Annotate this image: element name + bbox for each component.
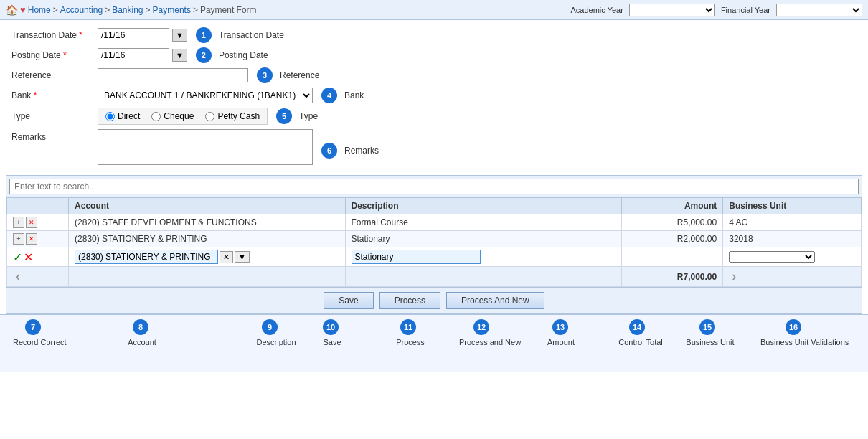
financial-year-select[interactable]	[776, 4, 862, 16]
row2-delete-icon[interactable]: ✕	[26, 233, 37, 245]
transaction-date-picker-btn[interactable]: ▼	[172, 29, 187, 42]
annotation-bubble-12: 12	[473, 319, 489, 335]
remarks-input-group: 6 Remarks	[98, 129, 379, 165]
bank-label: Bank *	[11, 90, 98, 100]
breadcrumb-payments[interactable]: Payments	[153, 5, 191, 15]
annotation-bubble-4: 4	[321, 88, 337, 103]
annotation-label-11: Process	[392, 338, 428, 346]
annotation-bubble-7: 7	[25, 319, 41, 335]
home-icon: 🏠	[6, 4, 18, 16]
transaction-date-input-group: ▼ 1 Transaction Date	[98, 27, 284, 43]
annotation-label-14: Control Total	[615, 338, 666, 346]
edit-row-business-unit-cell	[723, 247, 862, 267]
breadcrumb-accounting[interactable]: Accounting	[60, 5, 103, 15]
posting-date-label: Posting Date *	[11, 50, 98, 60]
row1-actions: + ✕	[7, 214, 69, 231]
edit-row-description-cell	[345, 247, 621, 267]
bank-input-group: BANK ACCOUNT 1 / BANKREKENING (1BANK1) 4…	[98, 88, 364, 103]
scroll-left-icon[interactable]: ‹	[13, 268, 23, 285]
edit-description-input[interactable]	[352, 250, 481, 264]
type-pettycash-option[interactable]: Petty Cash	[205, 111, 260, 121]
edit-row-account-cell: ✕ ▼	[69, 247, 345, 267]
annotation-label-10: Save	[318, 338, 346, 346]
financial-year-label: Financial Year	[721, 6, 770, 14]
remarks-label: Remarks	[11, 129, 98, 142]
edit-business-unit-select[interactable]	[729, 251, 815, 263]
annotation-label-6: Remarks	[344, 146, 379, 156]
row1-delete-icon[interactable]: ✕	[26, 217, 37, 228]
cancel-icon[interactable]: ✕	[24, 250, 33, 264]
total-left-scroll[interactable]: ‹	[7, 267, 69, 287]
row2-amount: R2,000.00	[621, 231, 722, 247]
table-row: + ✕ (2820) STAFF DEVELOPMENT & FUNCTIONS…	[7, 214, 862, 231]
annotation-label-1: Transaction Date	[219, 30, 284, 40]
transaction-date-label: Transaction Date *	[11, 30, 98, 40]
total-right-scroll[interactable]: ›	[723, 267, 862, 287]
top-right-controls: Academic Year Financial Year	[571, 4, 863, 16]
type-cheque-radio[interactable]	[151, 112, 161, 121]
edit-account-input[interactable]	[75, 250, 218, 264]
academic-year-select[interactable]	[629, 4, 715, 16]
row2-business-unit: 32018	[723, 231, 862, 247]
table-row: + ✕ (2830) STATIONERY & PRINTING Station…	[7, 231, 862, 247]
process-and-new-button[interactable]: Process And New	[446, 292, 544, 309]
save-button[interactable]: Save	[324, 292, 373, 309]
transaction-date-field[interactable]	[98, 28, 169, 42]
remarks-row: Remarks 6 Remarks	[11, 129, 857, 165]
confirm-icon[interactable]: ✓	[13, 250, 22, 264]
bank-select[interactable]: BANK ACCOUNT 1 / BANKREKENING (1BANK1)	[98, 88, 313, 103]
col-header-amount: Amount	[621, 198, 722, 214]
row2-account: (2830) STATIONERY & PRINTING	[69, 231, 345, 247]
edit-row-actions: ✓ ✕	[7, 247, 69, 267]
row2-add-icon[interactable]: +	[13, 233, 24, 245]
annotation-label-7: Record Correct	[13, 338, 56, 346]
edit-account-dropdown-btn[interactable]: ▼	[235, 251, 250, 263]
annotation-label-12: Process and New	[458, 338, 522, 346]
page-wrapper: 🏠 ♥ Home > Accounting > Banking > Paymen…	[0, 0, 868, 439]
bank-row: Bank * BANK ACCOUNT 1 / BANKREKENING (1B…	[11, 88, 857, 103]
edit-account-clear-btn[interactable]: ✕	[220, 251, 233, 263]
annotation-bubble-10: 10	[323, 319, 339, 335]
type-direct-option[interactable]: Direct	[105, 111, 140, 121]
col-header-account: Account	[69, 198, 345, 214]
row1-business-unit: 4 AC	[723, 214, 862, 231]
row2-icons: + ✕	[13, 233, 49, 245]
annotation-bubble-6: 6	[321, 143, 337, 159]
annotation-bubble-13: 13	[552, 319, 568, 335]
annotation-bubble-2: 2	[196, 47, 212, 63]
annotation-bubble-5: 5	[276, 108, 292, 124]
type-cheque-label: Cheque	[164, 111, 194, 121]
type-cheque-option[interactable]: Cheque	[151, 111, 194, 121]
row1-account: (2820) STAFF DEVELOPMENT & FUNCTIONS	[69, 214, 345, 231]
row1-icons: + ✕	[13, 217, 49, 228]
annotation-label-5: Type	[299, 111, 318, 121]
search-input[interactable]	[9, 179, 859, 194]
posting-date-input-group: ▼ 2 Posting Date	[98, 47, 268, 63]
type-pettycash-label: Petty Cash	[217, 111, 260, 121]
process-button[interactable]: Process	[379, 292, 440, 309]
type-direct-radio[interactable]	[105, 112, 115, 121]
heart-icon: ♥	[20, 4, 26, 15]
breadcrumb-current: Payment Form	[200, 5, 257, 15]
reference-field[interactable]	[98, 68, 248, 82]
annotation-label-8: Account	[124, 338, 160, 346]
annotation-label-15: Business Unit	[685, 338, 735, 346]
row1-description: Formal Course	[345, 214, 621, 231]
col-header-action	[7, 198, 69, 214]
row2-actions: + ✕	[7, 231, 69, 247]
reference-label: Reference	[11, 70, 98, 80]
breadcrumb-home[interactable]: Home	[28, 5, 51, 15]
posting-date-picker-btn[interactable]: ▼	[172, 49, 187, 62]
breadcrumb-banking[interactable]: Banking	[112, 5, 143, 15]
type-pettycash-radio[interactable]	[205, 112, 214, 121]
annotation-bubble-11: 11	[400, 319, 416, 335]
row1-add-icon[interactable]: +	[13, 217, 24, 228]
row2-description: Stationary	[345, 231, 621, 247]
remarks-field[interactable]	[98, 129, 313, 165]
top-bar: 🏠 ♥ Home > Accounting > Banking > Paymen…	[0, 0, 868, 20]
annotation-label-13: Amount	[543, 338, 579, 346]
annotation-bubble-8: 8	[133, 319, 148, 335]
edit-row: ✓ ✕ ✕ ▼	[7, 247, 862, 267]
scroll-right-icon[interactable]: ›	[729, 268, 739, 285]
posting-date-field[interactable]	[98, 48, 169, 62]
